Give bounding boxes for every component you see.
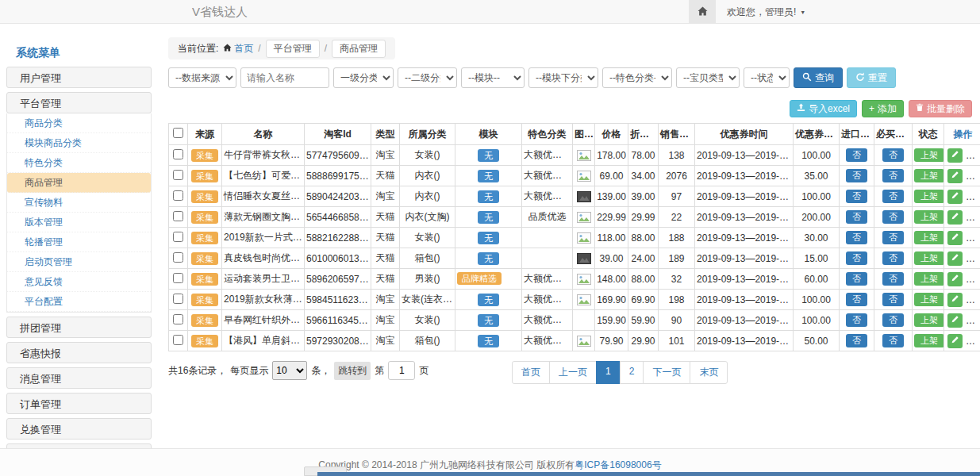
row-checkbox[interactable]: [173, 273, 183, 283]
pager-item[interactable]: 1: [596, 361, 621, 384]
filter-select-item-type[interactable]: --宝贝类型--: [676, 67, 740, 88]
filter-select-module[interactable]: --模块--: [461, 67, 525, 88]
import-toggle-button[interactable]: 否: [846, 190, 867, 203]
filter-select-module-sub-category[interactable]: --模块下分类--: [528, 67, 598, 88]
sidebar-item[interactable]: 省惠快报: [6, 342, 152, 363]
must-buy-toggle-button[interactable]: 否: [882, 169, 904, 182]
edit-button[interactable]: [947, 334, 963, 348]
sidebar-subitem[interactable]: 平台配置: [7, 292, 151, 312]
sidebar-subitem[interactable]: 启动页管理: [7, 252, 151, 272]
must-buy-toggle-button[interactable]: 否: [882, 210, 904, 224]
must-buy-toggle-button[interactable]: 否: [882, 231, 904, 244]
row-checkbox[interactable]: [173, 211, 183, 221]
sidebar-item[interactable]: 拼团管理: [6, 317, 152, 338]
must-buy-toggle-button[interactable]: 否: [882, 334, 904, 347]
jump-page-input[interactable]: [388, 361, 415, 380]
add-button[interactable]: + 添加: [862, 100, 904, 117]
import-toggle-button[interactable]: 否: [846, 169, 867, 182]
home-button[interactable]: [689, 0, 716, 24]
pager-item[interactable]: 首页: [512, 361, 550, 384]
import-toggle-button[interactable]: 否: [846, 251, 867, 265]
reset-button[interactable]: 重置: [847, 67, 896, 88]
row-checkbox[interactable]: [173, 252, 183, 263]
sidebar-item[interactable]: 平台管理: [6, 92, 152, 113]
pager-item[interactable]: 末页: [690, 361, 728, 384]
breadcrumb-item-platform[interactable]: 平台管理: [266, 40, 320, 58]
status-button[interactable]: 上架: [914, 293, 944, 306]
sidebar-subitem[interactable]: 模块商品分类: [7, 133, 151, 153]
sidebar-item[interactable]: 兑换管理: [6, 418, 152, 440]
row-checkbox[interactable]: [173, 294, 183, 304]
edit-button[interactable]: [947, 313, 963, 328]
icp-link[interactable]: 粤ICP备16098006号: [575, 459, 661, 470]
status-button[interactable]: 上架: [914, 210, 944, 224]
pager-item[interactable]: 2: [620, 361, 644, 384]
edit-button[interactable]: [947, 190, 963, 204]
pager-item[interactable]: 下一页: [643, 361, 690, 384]
import-toggle-button[interactable]: 否: [846, 231, 867, 244]
row-checkbox[interactable]: [173, 149, 183, 159]
import-toggle-button[interactable]: 否: [846, 334, 867, 347]
must-buy-toggle-button[interactable]: 否: [882, 272, 904, 286]
status-button[interactable]: 上架: [914, 148, 944, 162]
must-buy-toggle-button[interactable]: 否: [882, 148, 904, 162]
sidebar-item[interactable]: 用户管理: [6, 67, 152, 88]
status-button[interactable]: 上架: [914, 334, 944, 347]
must-buy-toggle-button[interactable]: 否: [882, 251, 904, 265]
status-button[interactable]: 上架: [914, 251, 944, 265]
edit-button[interactable]: [947, 272, 963, 286]
sidebar-subitem[interactable]: 特色分类: [7, 153, 151, 173]
status-button[interactable]: 上架: [914, 190, 944, 203]
sidebar-subitem[interactable]: 版本管理: [7, 213, 151, 232]
filter-select-feature-category[interactable]: --特色分类--: [602, 67, 672, 88]
edit-button[interactable]: [947, 210, 963, 225]
breadcrumb-home-link[interactable]: 首页: [223, 42, 253, 56]
row-checkbox[interactable]: [173, 190, 183, 201]
sidebar-subitem[interactable]: 轮播管理: [7, 232, 151, 252]
edit-button[interactable]: [947, 148, 963, 163]
user-menu[interactable]: 欢迎您，管理员! ▼: [716, 0, 805, 24]
filter-select-level2-category[interactable]: --二级分类--: [398, 67, 457, 88]
product-image-icon: [577, 149, 591, 160]
breadcrumb-item-goods[interactable]: 商品管理: [332, 40, 386, 58]
name-search-input[interactable]: [240, 67, 329, 88]
import-toggle-button[interactable]: 否: [846, 210, 867, 224]
status-button[interactable]: 上架: [914, 231, 944, 244]
sidebar-item[interactable]: 订单管理: [6, 393, 152, 414]
must-buy-toggle-button[interactable]: 否: [882, 313, 904, 327]
filter-select-status[interactable]: --状态--: [744, 67, 790, 88]
must-buy-toggle-button[interactable]: 否: [882, 293, 904, 306]
import-toggle-button[interactable]: 否: [846, 272, 867, 286]
search-button[interactable]: 查询: [794, 67, 843, 88]
edit-button[interactable]: [947, 231, 963, 245]
must-buy-toggle-button[interactable]: 否: [882, 190, 904, 203]
select-all-checkbox[interactable]: [173, 128, 183, 138]
import-excel-button[interactable]: 导入excel: [790, 100, 857, 117]
edit-button[interactable]: [947, 169, 963, 183]
sidebar-subitem[interactable]: 意见反馈: [7, 272, 151, 292]
category-cell: 内衣(文胸): [400, 207, 455, 228]
import-toggle-button[interactable]: 否: [846, 148, 867, 162]
sidebar-subitem[interactable]: 宣传物料: [7, 193, 151, 213]
status-button[interactable]: 上架: [914, 313, 944, 327]
filter-select-data-source[interactable]: --数据来源--: [168, 67, 236, 88]
batch-delete-button[interactable]: 批量删除: [909, 100, 972, 117]
pager-item[interactable]: 上一页: [549, 361, 597, 384]
per-page-select[interactable]: 10: [272, 361, 307, 380]
row-checkbox[interactable]: [173, 335, 183, 345]
row-checkbox[interactable]: [173, 232, 183, 242]
import-toggle-button[interactable]: 否: [846, 293, 867, 306]
filter-select-level1-category[interactable]: 一级分类: [333, 67, 394, 88]
status-button[interactable]: 上架: [914, 169, 944, 182]
row-checkbox[interactable]: [173, 314, 183, 324]
module-cell: 无: [455, 166, 522, 186]
sidebar-subitem[interactable]: 商品分类: [7, 113, 151, 133]
edit-button[interactable]: [947, 293, 963, 307]
row-checkbox[interactable]: [173, 170, 183, 180]
sidebar-item[interactable]: 消息管理: [6, 367, 152, 389]
edit-button[interactable]: [947, 251, 963, 266]
import-toggle-button[interactable]: 否: [846, 313, 867, 327]
jump-button[interactable]: 跳转到: [334, 362, 371, 380]
sidebar-subitem[interactable]: 商品管理: [7, 173, 151, 193]
status-button[interactable]: 上架: [914, 272, 944, 286]
